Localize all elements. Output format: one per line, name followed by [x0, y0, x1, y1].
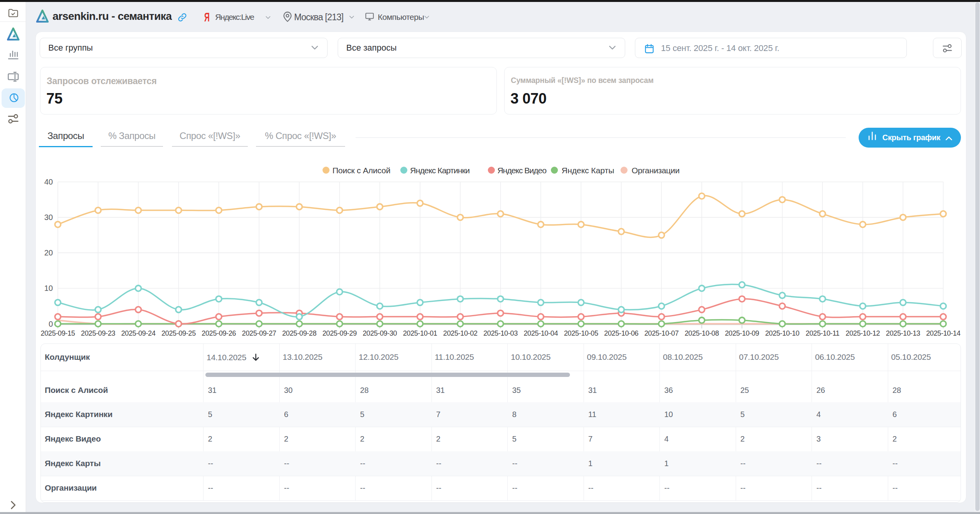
svg-text:2025-09-25: 2025-09-25: [161, 329, 196, 337]
svg-text:2025-09-29: 2025-09-29: [323, 329, 357, 337]
svg-text:20: 20: [44, 248, 53, 257]
svg-text:2025-09-28: 2025-09-28: [282, 329, 316, 337]
svg-text:2025-09-27: 2025-09-27: [242, 329, 276, 337]
svg-text:2025-10-10: 2025-10-10: [765, 329, 799, 337]
svg-text:2025-10-04: 2025-10-04: [524, 329, 558, 337]
svg-text:2025-10-13: 2025-10-13: [886, 329, 920, 337]
svg-text:2025-10-02: 2025-10-02: [443, 329, 477, 337]
svg-text:2025-10-14: 2025-10-14: [926, 329, 960, 337]
svg-text:2025-10-05: 2025-10-05: [564, 329, 598, 337]
svg-text:2025-10-09: 2025-10-09: [725, 329, 759, 337]
svg-text:2025-10-12: 2025-10-12: [846, 329, 880, 337]
svg-text:2025-10-07: 2025-10-07: [644, 329, 678, 337]
svg-text:2025-09-15: 2025-09-15: [41, 329, 75, 337]
svg-text:2025-10-08: 2025-10-08: [685, 329, 719, 337]
svg-text:2025-09-26: 2025-09-26: [202, 329, 236, 337]
svg-text:2025-10-01: 2025-10-01: [403, 329, 437, 337]
svg-text:2025-09-24: 2025-09-24: [121, 329, 155, 337]
svg-text:40: 40: [44, 178, 53, 186]
svg-text:10: 10: [44, 284, 53, 292]
svg-text:2025-09-30: 2025-09-30: [363, 329, 397, 337]
svg-text:2025-10-11: 2025-10-11: [806, 329, 840, 337]
svg-text:0: 0: [49, 320, 53, 328]
svg-text:2025-09-23: 2025-09-23: [81, 329, 115, 337]
svg-text:2025-10-06: 2025-10-06: [604, 329, 638, 337]
svg-text:30: 30: [44, 213, 53, 222]
svg-text:2025-10-03: 2025-10-03: [483, 329, 517, 337]
